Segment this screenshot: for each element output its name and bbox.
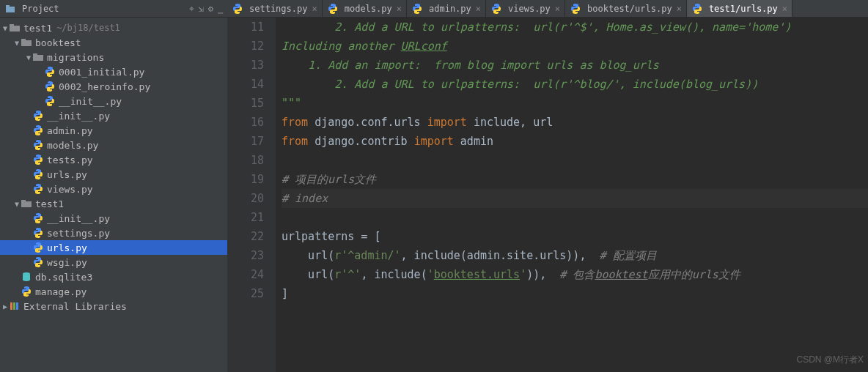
tab-models[interactable]: models.py× [323,0,407,17]
code-line[interactable]: urlpatterns = [ [282,227,868,246]
tab-settings[interactable]: settings.py× [227,0,323,17]
watermark: CSDN @M行者X [796,350,864,369]
tab-views[interactable]: views.py× [486,0,565,17]
code-line[interactable]: """ [282,94,868,113]
editor-pane: settings.py×models.py×admin.py×views.py×… [227,0,868,372]
line-number: 19 [227,170,264,189]
svg-rect-1 [6,5,10,7]
line-number: 20 [227,189,264,208]
code-line[interactable]: 2. Add a URL to urlpatterns: url(r'^blog… [282,75,868,94]
svg-rect-11 [10,302,12,310]
collapse-icon[interactable]: ⇲ [199,4,204,14]
tree-node-mig1[interactable]: ·0001_initial.py [0,64,227,79]
line-number: 14 [227,75,264,94]
svg-rect-7 [33,53,37,56]
tree-node-tests[interactable]: ·tests.py [0,152,227,167]
line-number: 12 [227,37,264,56]
tree-node-booktest[interactable]: ▼booktest [0,35,227,50]
tree-node-wsgi[interactable]: ·wsgi.py [0,255,227,269]
line-number: 25 [227,284,264,303]
line-number: 16 [227,113,264,132]
code-line[interactable] [282,208,868,227]
code-line[interactable]: Including another URLconf [282,37,868,56]
line-gutter: 111213141516171819202122232425 [227,18,276,372]
tab-label: settings.py [249,4,307,14]
tree-node-label: External Libraries [23,301,127,312]
tree-node-models[interactable]: ·models.py [0,138,227,152]
tree-node-label: booktest [35,37,81,48]
line-number: 18 [227,151,264,170]
tree-node-label: __init__.py [59,96,122,107]
code-area[interactable]: 111213141516171819202122232425 2. Add a … [227,18,868,372]
tree-node-admin[interactable]: ·admin.py [0,123,227,138]
line-number: 11 [227,18,264,37]
project-sidebar: Project ⌖ ⇲ ⚙ ⎯ ▼test1~/bj18/test1▼bookt… [0,0,227,372]
svg-rect-9 [21,200,26,202]
code-line[interactable]: # index [282,189,868,208]
tree-node-label: models.py [47,140,98,151]
line-number: 15 [227,94,264,113]
tree-node-label: __init__.py [47,213,110,224]
tree-node-label: settings.py [47,228,110,239]
tab-admin[interactable]: admin.py× [407,0,486,17]
tab-label: admin.py [429,4,471,14]
line-number: 21 [227,208,264,227]
line-number: 24 [227,265,264,284]
code-line[interactable]: 2. Add a URL to urlpatterns: url(r'^$', … [282,18,868,37]
tree-node-manage[interactable]: ·manage.py [0,284,227,299]
tree-node-views[interactable]: ·views.py [0,182,227,196]
tab-bturls[interactable]: booktest/urls.py× [565,0,687,17]
tree-node-btinit[interactable]: ·__init__.py [0,108,227,123]
sidebar-title[interactable]: Project [4,3,59,15]
code-line[interactable]: url(r'^admin/', include(admin.site.urls)… [282,246,868,265]
svg-rect-2 [10,26,20,31]
tree-node-migrations[interactable]: ▼migrations [0,50,227,64]
code-line[interactable]: url(r'^', include('booktest.urls')), # 包… [282,265,868,284]
tree-node-mig2[interactable]: ·0002_heroinfo.py [0,79,227,94]
project-tree[interactable]: ▼test1~/bj18/test1▼booktest▼migrations·0… [0,18,227,316]
tree-node-t1urls[interactable]: ·urls.py [0,240,227,255]
tree-node-miginit[interactable]: ·__init__.py [0,94,227,108]
close-icon[interactable]: × [555,4,560,14]
code-lines[interactable]: 2. Add a URL to urlpatterns: url(r'^$', … [276,18,868,372]
tree-node-settings[interactable]: ·settings.py [0,226,227,240]
code-line[interactable]: from django.contrib import admin [282,132,868,151]
tree-node-extlib[interactable]: ▶External Libraries [0,299,227,313]
code-line[interactable]: from django.conf.urls import include, ur… [282,113,868,132]
close-icon[interactable]: × [312,4,317,14]
svg-rect-0 [6,7,15,12]
close-icon[interactable]: × [677,4,682,14]
line-number: 23 [227,246,264,265]
code-line[interactable]: 1. Add an import: from blog import urls … [282,56,868,75]
sidebar-header: Project ⌖ ⇲ ⚙ ⎯ [0,0,227,18]
tree-node-t1init[interactable]: ·__init__.py [0,211,227,226]
locate-icon[interactable]: ⌖ [189,4,194,14]
tree-node-label: test1 [23,23,52,34]
code-line[interactable] [282,151,868,170]
tree-node-label: tests.py [47,155,93,165]
project-icon [4,3,16,15]
svg-rect-4 [21,40,32,46]
code-line[interactable]: ] [282,284,868,303]
tree-node-db[interactable]: ·db.sqlite3 [0,269,227,284]
tree-node-test1pkg[interactable]: ▼test1 [0,196,227,211]
tab-label: booktest/urls.py [587,4,672,14]
svg-rect-5 [21,39,26,41]
tree-node-root[interactable]: ▼test1~/bj18/test1 [0,21,227,35]
editor-tab-bar: settings.py×models.py×admin.py×views.py×… [227,0,868,18]
tree-node-label: urls.py [47,242,87,253]
tree-node-label: 0001_initial.py [59,67,144,78]
close-icon[interactable]: × [782,4,787,14]
line-number: 17 [227,132,264,151]
gear-icon[interactable]: ⚙ [208,4,213,14]
close-icon[interactable]: × [476,4,481,14]
hide-icon[interactable]: ⎯ [218,4,223,14]
close-icon[interactable]: × [397,4,402,14]
tab-t1urls[interactable]: test1/urls.py× [687,0,792,17]
code-line[interactable]: # 项目的urls文件 [282,170,868,189]
line-number: 13 [227,56,264,75]
svg-rect-8 [21,201,32,207]
tree-node-label: manage.py [35,286,87,297]
tree-node-bturls[interactable]: ·urls.py [0,167,227,182]
tree-node-label: migrations [47,52,104,63]
